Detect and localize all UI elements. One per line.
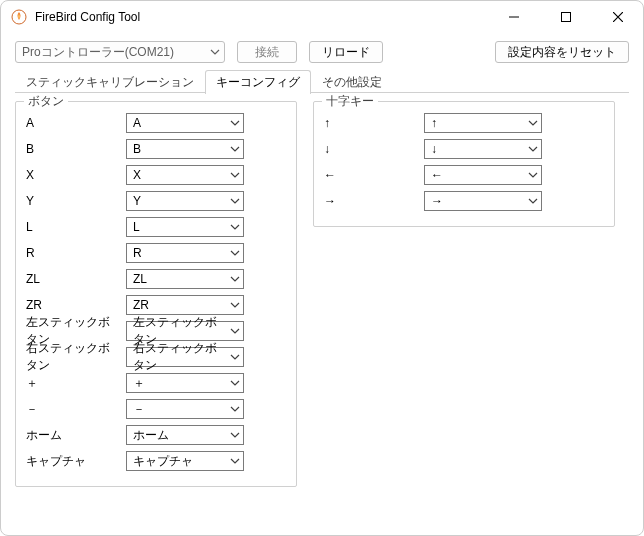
mapping-select[interactable]: ↑ — [424, 113, 542, 133]
reset-button[interactable]: 設定内容をリセット — [495, 41, 629, 63]
reset-button-label: 設定内容をリセット — [508, 44, 616, 61]
mapping-label: B — [26, 142, 118, 156]
mapping-label: ＋ — [26, 375, 118, 392]
mapping-label: → — [324, 194, 416, 208]
mapping-select[interactable]: － — [126, 399, 244, 419]
mapping-label: ZR — [26, 298, 118, 312]
app-window: FireBird Config Tool Proコントローラー(COM21) 接… — [0, 0, 644, 536]
mapping-select[interactable]: X — [126, 165, 244, 185]
mapping-label: R — [26, 246, 118, 260]
chevron-down-icon — [230, 302, 240, 308]
mapping-select[interactable]: ZL — [126, 269, 244, 289]
mapping-row: BB — [26, 136, 286, 162]
mapping-select-value: B — [133, 142, 141, 156]
mapping-row: ZLZL — [26, 266, 286, 292]
mapping-select-value: － — [133, 401, 145, 418]
tab-label: スティックキャリブレーション — [26, 75, 194, 89]
device-select-value: Proコントローラー(COM21) — [22, 44, 174, 61]
mapping-row: ホームホーム — [26, 422, 286, 448]
chevron-down-icon — [230, 198, 240, 204]
mapping-select[interactable]: ホーム — [126, 425, 244, 445]
mapping-select[interactable]: ＋ — [126, 373, 244, 393]
chevron-down-icon — [528, 120, 538, 126]
reload-button[interactable]: リロード — [309, 41, 383, 63]
tabstrip: スティックキャリブレーション キーコンフィグ その他設定 — [1, 69, 643, 93]
mapping-row: AA — [26, 110, 286, 136]
chevron-down-icon — [528, 146, 538, 152]
reload-button-label: リロード — [322, 44, 370, 61]
chevron-down-icon — [230, 146, 240, 152]
mapping-select[interactable]: 左スティックボタン — [126, 321, 244, 341]
mapping-select-value: キャプチャ — [133, 453, 193, 470]
mapping-select-value: A — [133, 116, 141, 130]
device-select[interactable]: Proコントローラー(COM21) — [15, 41, 225, 63]
tab-key-config[interactable]: キーコンフィグ — [205, 70, 311, 94]
mapping-row: ←← — [324, 162, 604, 188]
chevron-down-icon — [230, 328, 240, 334]
mapping-select-value: ↑ — [431, 116, 437, 130]
mapping-row: キャプチャキャプチャ — [26, 448, 286, 474]
mapping-label: ZL — [26, 272, 118, 286]
titlebar: FireBird Config Tool — [1, 1, 643, 33]
mapping-row: ↑↑ — [324, 110, 604, 136]
window-title: FireBird Config Tool — [35, 10, 140, 24]
tab-content: ボタン AABBXXYYLLRRZLZLZRZR左スティックボタン左スティックボ… — [1, 93, 643, 535]
mapping-select[interactable]: キャプチャ — [126, 451, 244, 471]
chevron-down-icon — [528, 198, 538, 204]
maximize-button[interactable] — [543, 2, 589, 32]
chevron-down-icon — [230, 458, 240, 464]
mapping-select[interactable]: A — [126, 113, 244, 133]
mapping-select-value: R — [133, 246, 142, 260]
chevron-down-icon — [210, 49, 220, 55]
mapping-select-value: Y — [133, 194, 141, 208]
mapping-select[interactable]: B — [126, 139, 244, 159]
mapping-label: A — [26, 116, 118, 130]
mapping-select-value: ＋ — [133, 375, 145, 392]
mapping-row: 右スティックボタン右スティックボタン — [26, 344, 286, 370]
mapping-row: XX — [26, 162, 286, 188]
chevron-down-icon — [230, 250, 240, 256]
mapping-select[interactable]: ↓ — [424, 139, 542, 159]
connect-button-label: 接続 — [255, 44, 279, 61]
chevron-down-icon — [230, 354, 240, 360]
mapping-select[interactable]: R — [126, 243, 244, 263]
mapping-label: L — [26, 220, 118, 234]
chevron-down-icon — [230, 276, 240, 282]
group-legend: ボタン — [24, 93, 68, 110]
mapping-select-value: 右スティックボタン — [133, 340, 225, 374]
mapping-select-value: X — [133, 168, 141, 182]
mapping-row: ＋＋ — [26, 370, 286, 396]
mapping-select[interactable]: ZR — [126, 295, 244, 315]
tab-other-settings[interactable]: その他設定 — [311, 70, 393, 94]
tab-label: キーコンフィグ — [216, 75, 300, 89]
mapping-select-value: → — [431, 194, 443, 208]
mapping-select[interactable]: → — [424, 191, 542, 211]
mapping-select[interactable]: 右スティックボタン — [126, 347, 244, 367]
svg-rect-1 — [562, 13, 571, 22]
tab-stick-calibration[interactable]: スティックキャリブレーション — [15, 70, 205, 94]
app-icon — [11, 9, 27, 25]
chevron-down-icon — [230, 380, 240, 386]
chevron-down-icon — [528, 172, 538, 178]
group-dpad: 十字キー ↑↑↓↓←←→→ — [313, 101, 615, 227]
mapping-label: ↑ — [324, 116, 416, 130]
tab-label: その他設定 — [322, 75, 382, 89]
chevron-down-icon — [230, 172, 240, 178]
mapping-label: Y — [26, 194, 118, 208]
mapping-select[interactable]: ← — [424, 165, 542, 185]
close-button[interactable] — [595, 2, 641, 32]
mapping-select-value: ↓ — [431, 142, 437, 156]
mapping-select-value: L — [133, 220, 140, 234]
connect-button[interactable]: 接続 — [237, 41, 297, 63]
toolbar: Proコントローラー(COM21) 接続 リロード 設定内容をリセット — [1, 33, 643, 69]
chevron-down-icon — [230, 120, 240, 126]
mapping-label: ← — [324, 168, 416, 182]
mapping-select[interactable]: L — [126, 217, 244, 237]
mapping-select[interactable]: Y — [126, 191, 244, 211]
group-buttons: ボタン AABBXXYYLLRRZLZLZRZR左スティックボタン左スティックボ… — [15, 101, 297, 487]
mapping-row: RR — [26, 240, 286, 266]
mapping-label: キャプチャ — [26, 453, 118, 470]
mapping-row: LL — [26, 214, 286, 240]
chevron-down-icon — [230, 432, 240, 438]
minimize-button[interactable] — [491, 2, 537, 32]
